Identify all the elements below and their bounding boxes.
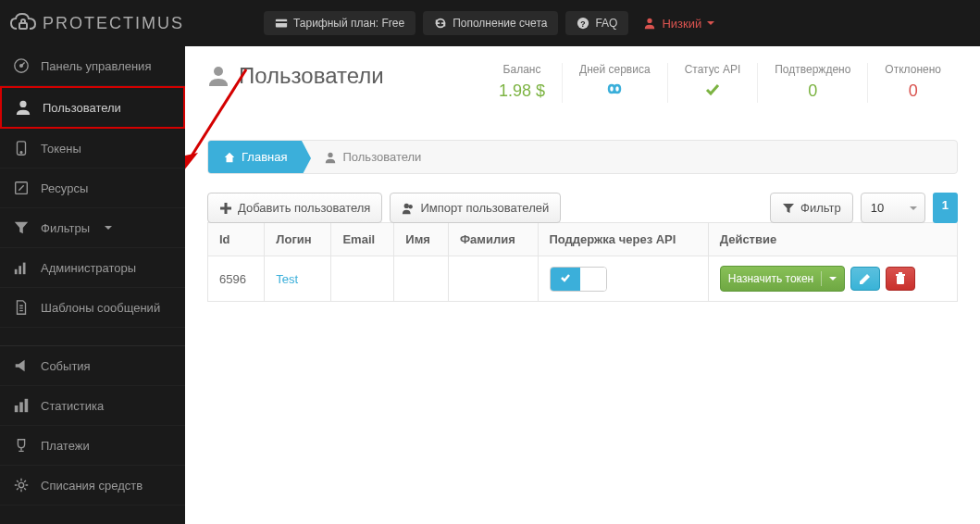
th-login[interactable]: Логин bbox=[265, 223, 331, 256]
document-icon bbox=[13, 299, 30, 316]
faq-button[interactable]: ? FAQ bbox=[565, 11, 628, 35]
assign-token-button[interactable]: Назначить токен bbox=[720, 266, 846, 292]
table-row: 6596 Test Назначить токе bbox=[208, 256, 958, 302]
stats-panel: Баланс 1.98 $ Дней сервиса Статус API bbox=[482, 63, 958, 103]
recharge-button[interactable]: Пополнение счета bbox=[423, 11, 558, 35]
th-api[interactable]: Поддержка через API bbox=[538, 223, 708, 256]
cell-email bbox=[331, 256, 394, 302]
sidebar-item-admins[interactable]: Администраторы bbox=[0, 248, 185, 288]
svg-point-8 bbox=[19, 101, 26, 107]
page-size-select[interactable]: 10 bbox=[861, 193, 925, 223]
user-icon bbox=[324, 151, 337, 164]
check-icon bbox=[551, 268, 580, 291]
edit-button[interactable] bbox=[850, 267, 880, 291]
user-link[interactable]: Test bbox=[276, 272, 298, 286]
main-content: Пользователи Баланс 1.98 $ Дней сервиса … bbox=[185, 46, 980, 524]
sidebar-item-payments[interactable]: Платежи bbox=[0, 426, 185, 466]
sidebar-item-events[interactable]: События bbox=[0, 346, 185, 386]
sidebar-item-filters[interactable]: Фильтры bbox=[0, 208, 185, 248]
edit-icon bbox=[13, 180, 30, 196]
svg-rect-16 bbox=[19, 402, 23, 412]
caret-down-icon bbox=[105, 226, 112, 230]
pencil-icon bbox=[859, 272, 872, 285]
sidebar-item-users[interactable]: Пользователи bbox=[0, 86, 185, 129]
sidebar-item-label: Шаблоны сообщений bbox=[41, 301, 160, 315]
refresh-icon bbox=[434, 17, 447, 30]
svg-text:?: ? bbox=[581, 19, 586, 29]
faq-label: FAQ bbox=[595, 17, 617, 30]
page-title: Пользователи bbox=[207, 63, 384, 89]
stat-label: Отклонено bbox=[885, 63, 941, 76]
stat-label: Подтверждено bbox=[775, 63, 850, 76]
svg-rect-29 bbox=[899, 272, 902, 274]
import-users-button[interactable]: Импорт пользователей bbox=[390, 193, 561, 223]
svg-rect-12 bbox=[15, 269, 18, 274]
svg-rect-14 bbox=[23, 263, 26, 275]
th-first-name[interactable]: Имя bbox=[394, 223, 449, 256]
svg-rect-24 bbox=[220, 206, 231, 209]
th-email[interactable]: Email bbox=[331, 223, 394, 256]
sidebar-item-tokens[interactable]: Токены bbox=[0, 129, 185, 168]
caret-down-icon bbox=[829, 277, 837, 281]
sidebar-item-label: Панель управления bbox=[41, 59, 151, 73]
home-icon bbox=[223, 151, 236, 164]
stat-confirmed: Подтверждено 0 bbox=[757, 63, 867, 103]
bars-icon bbox=[13, 259, 30, 276]
toggle-off bbox=[580, 268, 606, 291]
svg-point-18 bbox=[19, 482, 23, 487]
stat-balance: Баланс 1.98 $ bbox=[482, 63, 562, 103]
question-icon: ? bbox=[577, 17, 589, 30]
tariff-button[interactable]: Тарифный план: Free bbox=[264, 11, 416, 35]
users-table: Id Логин Email Имя Фамилия Поддержка чер… bbox=[207, 222, 958, 302]
api-toggle[interactable] bbox=[550, 267, 607, 292]
svg-point-22 bbox=[329, 152, 333, 156]
svg-rect-27 bbox=[897, 276, 904, 284]
stat-api: Статус API bbox=[667, 63, 758, 103]
filter-button[interactable]: Фильтр bbox=[770, 193, 853, 223]
plus-icon bbox=[219, 202, 232, 215]
caret-down-icon bbox=[707, 21, 714, 25]
svg-rect-28 bbox=[896, 274, 905, 276]
filter-icon bbox=[782, 202, 795, 215]
tariff-label: Тарифный план: Free bbox=[293, 17, 404, 30]
page-number-badge[interactable]: 1 bbox=[933, 193, 958, 223]
cell-api bbox=[538, 256, 708, 302]
sidebar-item-label: Статистика bbox=[41, 399, 104, 413]
sidebar-divider bbox=[0, 328, 185, 346]
user-icon bbox=[643, 17, 656, 30]
add-user-button[interactable]: Добавить пользователя bbox=[207, 193, 382, 223]
th-last-name[interactable]: Фамилия bbox=[449, 223, 538, 256]
stat-value: 1.98 $ bbox=[499, 81, 545, 101]
stat-label: Баланс bbox=[499, 63, 545, 76]
stat-days: Дней сервиса bbox=[562, 63, 667, 103]
sidebar-item-debits[interactable]: Списания средств bbox=[0, 466, 185, 505]
sidebar-item-templates[interactable]: Шаблоны сообщений bbox=[0, 288, 185, 328]
sidebar-item-label: Фильтры bbox=[41, 221, 90, 235]
user-menu[interactable]: Низкий bbox=[643, 17, 714, 31]
delete-button[interactable] bbox=[886, 267, 915, 291]
svg-point-10 bbox=[20, 152, 22, 154]
stat-value: 0 bbox=[775, 81, 850, 101]
breadcrumb-home[interactable]: Главная bbox=[208, 141, 302, 173]
th-id[interactable]: Id bbox=[208, 223, 265, 256]
filter-icon bbox=[13, 219, 30, 236]
breadcrumb: Главная Пользователи bbox=[207, 140, 958, 174]
sidebar-item-label: Администраторы bbox=[41, 261, 136, 275]
th-action[interactable]: Действие bbox=[708, 223, 957, 256]
sidebar-item-label: События bbox=[41, 359, 91, 373]
svg-point-5 bbox=[648, 19, 652, 23]
gear-icon bbox=[13, 477, 30, 493]
megaphone-icon bbox=[13, 357, 30, 374]
sidebar-item-resources[interactable]: Ресурсы bbox=[0, 168, 185, 208]
topbar: PROTECTIMUS Тарифный план: Free Пополнен… bbox=[0, 0, 980, 46]
svg-point-7 bbox=[20, 65, 23, 68]
svg-rect-13 bbox=[19, 266, 21, 274]
users-icon bbox=[402, 202, 415, 215]
brand-logo[interactable]: PROTECTIMUS bbox=[9, 12, 185, 34]
sidebar-item-stats[interactable]: Статистика bbox=[0, 386, 185, 426]
cell-login: Test bbox=[265, 256, 331, 302]
sidebar-item-dashboard[interactable]: Панель управления bbox=[0, 46, 185, 86]
infinity-icon bbox=[579, 81, 651, 101]
svg-point-21 bbox=[214, 67, 223, 76]
user-label: Низкий bbox=[662, 17, 701, 31]
